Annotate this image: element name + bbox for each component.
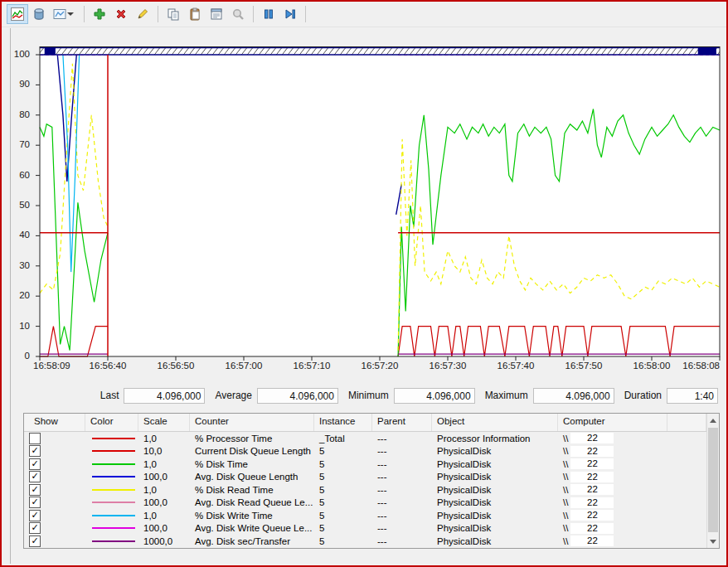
last-label: Last xyxy=(100,390,119,401)
computer-id: 22 xyxy=(570,536,614,546)
counter-row[interactable]: ✓1,0% Disk Time5---PhysicalDisk\\22 xyxy=(24,458,706,471)
maximum-value-field: 4.096,000 xyxy=(533,388,614,404)
computer-prefix: \\ xyxy=(563,511,568,521)
last-value-field: 4.096,000 xyxy=(124,388,205,404)
scale-cell: 1,0 xyxy=(138,511,190,521)
column-header-show[interactable]: Show xyxy=(24,414,85,431)
counter-row[interactable]: ✓100,0Avg. Disk Read Queue Le...5---Phys… xyxy=(24,497,706,510)
column-header-object[interactable]: Object xyxy=(432,414,558,431)
change-graph-type-button[interactable] xyxy=(50,4,80,24)
x-tick-label: 16:57:50 xyxy=(565,361,603,371)
legend-scrollbar[interactable] xyxy=(706,414,719,548)
y-tick-label: 60 xyxy=(7,170,30,180)
counter-cell: Avg. Disk Queue Length xyxy=(190,472,314,482)
instance-cell: 5 xyxy=(314,472,372,482)
computer-cell: \\22 xyxy=(558,446,667,457)
computer-prefix: \\ xyxy=(563,446,568,456)
freeze-display-button[interactable] xyxy=(258,4,279,24)
counter-row[interactable]: ✓1,0% Disk Read Time5---PhysicalDisk\\22 xyxy=(24,483,706,497)
value-bar: Last 4.096,000 Average 4.096,000 Minimum… xyxy=(35,386,718,405)
highlight-button[interactable] xyxy=(132,4,153,24)
add-counter-button[interactable] xyxy=(89,4,110,24)
parent-cell: --- xyxy=(372,497,432,507)
copy-icon xyxy=(167,7,180,21)
update-data-button[interactable] xyxy=(279,4,301,24)
scale-cell: 1000,0 xyxy=(138,536,190,546)
scroll-up-arrow-icon[interactable] xyxy=(707,414,719,427)
column-header-computer[interactable]: Computer xyxy=(558,414,667,431)
counter-row[interactable]: ✓100,0Avg. Disk Queue Length5---Physical… xyxy=(24,471,706,484)
show-checkbox[interactable]: ✓ xyxy=(29,471,41,482)
scrollbar-thumb[interactable] xyxy=(708,428,718,532)
pause-icon xyxy=(262,7,275,21)
plus-icon xyxy=(93,7,106,21)
counter-row[interactable]: ✓10,0Current Disk Queue Length5---Physic… xyxy=(24,445,706,458)
minimum-label: Minimum xyxy=(348,390,389,401)
counter-cell: Avg. Disk sec/Transfer xyxy=(190,536,314,546)
column-header-scale[interactable]: Scale xyxy=(138,414,190,431)
computer-cell: \\22 xyxy=(558,484,667,495)
column-header-counter[interactable]: Counter xyxy=(190,414,314,431)
parent-cell: --- xyxy=(372,511,432,521)
scroll-down-arrow-icon[interactable] xyxy=(707,535,719,548)
object-cell: PhysicalDisk xyxy=(432,511,558,521)
computer-cell: \\22 xyxy=(558,497,667,508)
y-tick-label: 80 xyxy=(7,109,30,119)
delete-counter-button[interactable] xyxy=(110,4,132,24)
instance-cell: 5 xyxy=(314,523,372,533)
show-checkbox[interactable]: ✓ xyxy=(29,484,41,496)
copy-properties-button[interactable] xyxy=(163,4,184,24)
toolbar-separator xyxy=(305,6,306,22)
properties-button[interactable] xyxy=(206,4,227,24)
counter-row[interactable]: 1,0% Processor Time_Total---Processor In… xyxy=(24,432,706,445)
counter-cell: % Disk Time xyxy=(190,459,314,469)
parent-cell: --- xyxy=(372,485,432,495)
counter-cell: % Disk Read Time xyxy=(190,485,314,495)
parent-cell: --- xyxy=(372,472,432,482)
average-label: Average xyxy=(215,390,251,401)
parent-cell: --- xyxy=(372,446,432,456)
skip-forward-icon xyxy=(284,7,297,21)
view-log-data-button[interactable] xyxy=(28,4,50,24)
object-cell: PhysicalDisk xyxy=(432,459,558,469)
zoom-button[interactable] xyxy=(227,4,249,24)
column-header-color[interactable]: Color xyxy=(85,414,138,431)
computer-cell: \\22 xyxy=(558,433,667,443)
graph-type-icon xyxy=(53,7,66,21)
computer-id: 22 xyxy=(570,497,614,508)
minimum-value-field: 4.096,000 xyxy=(394,388,475,404)
color-swatch xyxy=(92,438,135,439)
color-swatch xyxy=(92,540,135,542)
y-tick-label: 100 xyxy=(7,49,30,59)
show-checkbox[interactable] xyxy=(29,433,41,444)
instance-cell: 5 xyxy=(314,511,372,521)
column-header-parent[interactable]: Parent xyxy=(372,414,432,431)
paste-counter-list-button[interactable] xyxy=(184,4,206,24)
show-checkbox[interactable]: ✓ xyxy=(29,522,41,534)
column-header-instance[interactable]: Instance xyxy=(314,414,372,431)
counter-row[interactable]: ✓1000,0Avg. Disk sec/Transfer5---Physica… xyxy=(24,535,706,548)
counter-cell: % Disk Write Time xyxy=(190,511,314,521)
computer-prefix: \\ xyxy=(563,523,568,533)
scale-cell: 100,0 xyxy=(138,523,190,533)
view-current-activity-button[interactable] xyxy=(7,4,28,24)
object-cell: PhysicalDisk xyxy=(432,485,558,495)
x-tick-label: 16:56:50 xyxy=(158,361,195,371)
show-checkbox[interactable]: ✓ xyxy=(29,497,41,508)
show-checkbox[interactable]: ✓ xyxy=(29,458,41,470)
counter-row[interactable]: ✓100,0Avg. Disk Write Queue Le...5---Phy… xyxy=(24,522,706,536)
color-swatch xyxy=(92,502,135,503)
show-checkbox[interactable]: ✓ xyxy=(29,536,41,547)
counter-cell: Avg. Disk Read Queue Le... xyxy=(190,497,314,507)
perfmon-window: 0102030405060708090100 16:58:0916:56:401… xyxy=(0,0,728,567)
color-swatch xyxy=(92,450,135,452)
x-tick-label: 16:57:20 xyxy=(362,361,399,371)
magnifier-icon xyxy=(231,7,245,21)
x-tick-label: 16:57:30 xyxy=(430,361,467,371)
computer-id: 22 xyxy=(570,458,614,469)
show-checkbox[interactable]: ✓ xyxy=(29,445,41,457)
show-checkbox[interactable]: ✓ xyxy=(29,510,41,521)
counter-row[interactable]: ✓1,0% Disk Write Time5---PhysicalDisk\\2… xyxy=(24,509,706,522)
pencil-icon xyxy=(136,7,149,21)
scale-cell: 1,0 xyxy=(138,434,190,443)
